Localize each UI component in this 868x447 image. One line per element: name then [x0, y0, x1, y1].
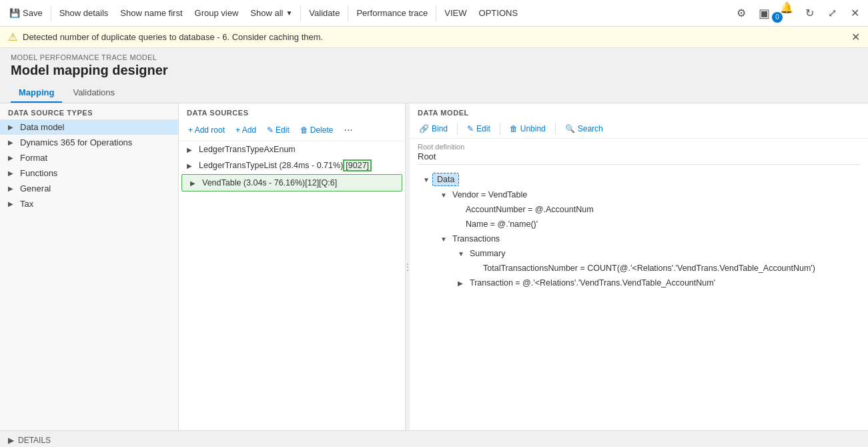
- ds-item-ledgertranstypelist[interactable]: ▶ LedgerTransTypeList (28.4ms - 0.71%)[9…: [179, 157, 405, 173]
- tree-node-data: ▼ Data: [410, 171, 868, 187]
- tree-node-name-label[interactable]: Name = @.'name()': [463, 218, 540, 230]
- tab-mapping[interactable]: Mapping: [11, 83, 62, 103]
- root-definition-value: Root: [418, 151, 860, 165]
- ds-item-label-1: LedgerTransTypeList (28.4ms - 0.71%)[902…: [199, 161, 372, 170]
- save-icon: 💾: [9, 8, 20, 18]
- expand-icon[interactable]: ⤢: [823, 4, 841, 23]
- search-button[interactable]: 🔍 Search: [561, 122, 607, 135]
- details-chevron: ▶: [8, 436, 14, 445]
- close-icon[interactable]: ✕: [845, 4, 864, 23]
- ds-type-data-model[interactable]: ▶ Data model: [0, 119, 178, 135]
- settings-icon[interactable]: ⚙: [732, 4, 751, 23]
- tab-validations[interactable]: Validations: [65, 83, 123, 103]
- ds-type-data-model-label: Data model: [20, 122, 64, 132]
- show-name-first-button[interactable]: Show name first: [115, 5, 187, 21]
- tree-node-transactions-label[interactable]: Transactions: [450, 233, 502, 245]
- add-root-button[interactable]: + Add root: [184, 123, 229, 137]
- ds-type-tax[interactable]: ▶ Tax: [0, 196, 178, 211]
- ds-type-general-label: General: [20, 183, 51, 193]
- data-sources-toolbar: + Add root + Add ✎ Edit 🗑 Delete ···: [179, 119, 405, 141]
- bind-icon: 🔗: [419, 124, 429, 133]
- ds-chevron-general: ▶: [8, 185, 16, 192]
- main-content: DATA SOURCE TYPES ▶ Data model ▶ Dynamic…: [0, 103, 868, 430]
- ds-type-format-label: Format: [20, 153, 47, 163]
- tree-node-vendor: ▼ Vendor = VendTable: [410, 187, 868, 202]
- breadcrumb: MODEL PERFORMANCE TRACE MODEL: [11, 53, 857, 61]
- save-button[interactable]: 💾 Save: [4, 5, 48, 21]
- delete-button[interactable]: 🗑 Delete: [296, 123, 338, 137]
- tree-expand-transactions[interactable]: ▼: [440, 236, 450, 243]
- office-icon[interactable]: ▣: [755, 4, 773, 23]
- ds-type-tax-label: Tax: [20, 199, 33, 209]
- view-button[interactable]: VIEW: [439, 5, 472, 21]
- dm-edit-icon: ✎: [467, 124, 474, 133]
- ds-type-format[interactable]: ▶ Format: [0, 150, 178, 165]
- tree-node-data-label[interactable]: Data: [432, 173, 459, 186]
- tree-node-vendor-label[interactable]: Vendor = VendTable: [450, 189, 530, 201]
- tree-expand-vendor[interactable]: ▼: [440, 191, 450, 199]
- toolbar: 💾 Save Show details Show name first Grou…: [0, 0, 868, 27]
- tree-expand-data[interactable]: ▼: [423, 176, 432, 183]
- tab-bar: Mapping Validations: [0, 83, 868, 103]
- toolbar-separator-4: [436, 5, 436, 21]
- data-model-toolbar: 🔗 Bind ✎ Edit 🗑 Unbind 🔍 Search: [410, 119, 868, 139]
- ds-type-functions[interactable]: ▶ Functions: [0, 165, 178, 181]
- group-view-button[interactable]: Group view: [189, 5, 244, 21]
- data-model-tree: ▼ Data ▼ Vendor = VendTable AccountNumbe…: [410, 169, 868, 430]
- dm-sep-3: [555, 123, 556, 135]
- search-icon: 🔍: [565, 124, 575, 133]
- data-model-header: DATA MODEL: [410, 103, 868, 119]
- show-all-button[interactable]: Show all ▼: [245, 5, 298, 21]
- show-all-chevron-icon: ▼: [286, 9, 292, 17]
- show-details-button[interactable]: Show details: [54, 5, 114, 21]
- warning-close-button[interactable]: ✕: [851, 31, 860, 43]
- ds-type-dynamics365-label: Dynamics 365 for Operations: [20, 137, 132, 147]
- performance-trace-button[interactable]: Performance trace: [351, 5, 433, 21]
- tree-expand-summary[interactable]: ▼: [458, 250, 467, 258]
- ds-item-vendtable[interactable]: ▶ VendTable (3.04s - 76.16%)[12][Q:6]: [181, 174, 402, 191]
- warning-message: Detected number of duplicate queries to …: [23, 32, 323, 42]
- dm-sep-2: [500, 123, 500, 135]
- data-source-types-header: DATA SOURCE TYPES: [0, 103, 178, 119]
- toolbar-right: ⚙ ▣ 🔔 0 ↻ ⤢ ✕: [732, 0, 864, 28]
- root-definition: Root definition Root: [410, 139, 868, 169]
- tree-node-summary-label[interactable]: Summary: [467, 248, 508, 260]
- tree-node-total-label[interactable]: TotalTransactionsNumber = COUNT(@.'<Rela…: [480, 262, 818, 274]
- dm-sep-1: [457, 123, 458, 135]
- ds-item-ledgertranstypeaxenum[interactable]: ▶ LedgerTransTypeAxEnum: [179, 141, 405, 157]
- data-sources-header: DATA SOURCES: [179, 103, 405, 119]
- ds-item-label-0: LedgerTransTypeAxEnum: [199, 145, 296, 154]
- ds-item-chevron-1: ▶: [187, 162, 195, 169]
- ds-type-dynamics365[interactable]: ▶ Dynamics 365 for Operations: [0, 135, 178, 150]
- warning-bar: ⚠ Detected number of duplicate queries t…: [0, 27, 868, 48]
- options-button[interactable]: OPTIONS: [474, 5, 524, 21]
- refresh-icon[interactable]: ↻: [800, 4, 819, 23]
- ds-chevron-data-model: ▶: [8, 123, 16, 131]
- root-definition-label: Root definition: [418, 143, 860, 151]
- data-sources-panel: DATA SOURCES + Add root + Add ✎ Edit 🗑 D…: [179, 103, 406, 430]
- tree-node-accountnumber: AccountNumber = @.AccountNum: [410, 202, 868, 217]
- add-button[interactable]: + Add: [232, 123, 260, 137]
- ds-chevron-format: ▶: [8, 154, 16, 161]
- tree-node-accountnumber-label[interactable]: AccountNumber = @.AccountNum: [463, 203, 596, 215]
- ds-type-general[interactable]: ▶ General: [0, 181, 178, 196]
- warning-icon: ⚠: [8, 31, 17, 43]
- unbind-button[interactable]: 🗑 Unbind: [506, 122, 550, 135]
- tree-node-transactions: ▼ Transactions: [410, 232, 868, 246]
- bind-button[interactable]: 🔗 Bind: [415, 122, 452, 135]
- notifications-container: 🔔 0: [777, 0, 796, 28]
- more-button[interactable]: ···: [340, 122, 356, 138]
- tree-node-summary: ▼ Summary: [410, 246, 868, 261]
- tree-node-total-transactions: TotalTransactionsNumber = COUNT(@.'<Rela…: [410, 261, 868, 276]
- validate-button[interactable]: Validate: [304, 5, 345, 21]
- edit-button[interactable]: ✎ Edit: [263, 123, 294, 137]
- ds-chevron-functions: ▶: [8, 169, 16, 177]
- details-bar[interactable]: ▶ DETAILS: [0, 430, 868, 447]
- tree-node-name: Name = @.'name()': [410, 217, 868, 232]
- tree-node-transaction-label[interactable]: Transaction = @.'<Relations'.'VendTrans.…: [467, 277, 718, 289]
- ds-type-functions-label: Functions: [20, 168, 57, 178]
- dm-edit-button[interactable]: ✎ Edit: [463, 122, 494, 135]
- toolbar-separator-2: [300, 5, 301, 21]
- toolbar-separator-3: [348, 5, 348, 21]
- tree-expand-transaction[interactable]: ▶: [458, 280, 467, 287]
